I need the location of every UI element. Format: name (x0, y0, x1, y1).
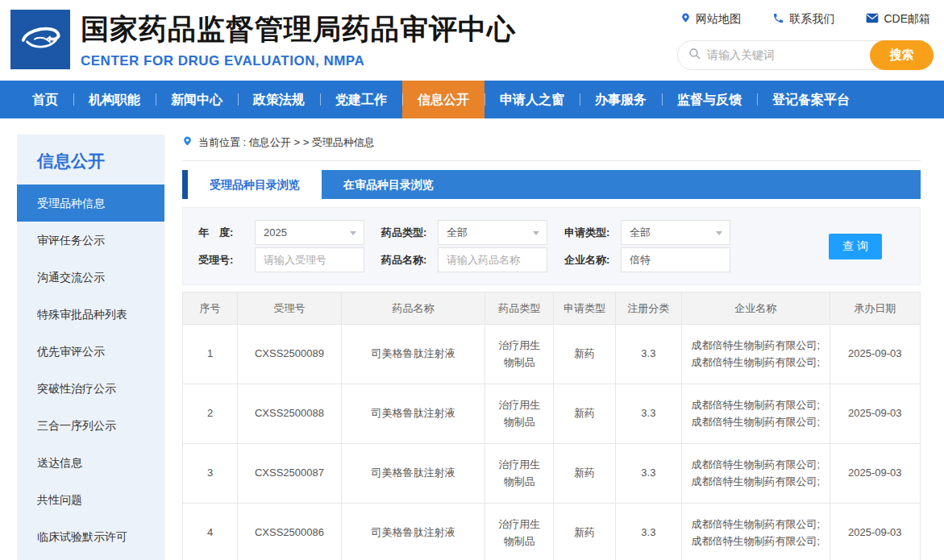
sidebar-title: 信息公开 (17, 135, 164, 185)
year-label: 年 度: (198, 226, 255, 240)
breadcrumb: 当前位置 : 信息公开 > > 受理品种信息 (182, 135, 921, 161)
cell-drug-name: 司美格鲁肽注射液 (341, 384, 485, 444)
table-header-cell: 企业名称 (681, 292, 830, 325)
nav-item[interactable]: 新闻中心 (156, 81, 238, 118)
site-header: 国家药品监督管理局药品审评中心 CENTER FOR DRUG EVALUATI… (0, 0, 944, 81)
sidebar-item[interactable]: 共性问题 (17, 481, 164, 518)
contact-link[interactable]: 联系我们 (772, 12, 834, 27)
envelope-icon (866, 13, 879, 26)
results-table: 序号受理号药品名称药品类型申请类型注册分类企业名称承办日期 1 CXSS2500… (182, 292, 921, 560)
cell-date: 2025-09-03 (830, 384, 920, 444)
cell-index: 2 (183, 384, 238, 444)
cell-company: 成都倍特生物制药有限公司;成都倍特生物制药有限公司; (681, 504, 830, 560)
tab-bar: 受理品种目录浏览在审品种目录浏览 (182, 170, 921, 199)
cell-index: 4 (183, 504, 238, 560)
phone-icon (772, 12, 784, 27)
year-select[interactable]: 2025 (255, 220, 364, 245)
table-row: 1 CXSS2500089 司美格鲁肽注射液 治疗用生物制品 新药 3.3 成都… (183, 325, 921, 384)
cell-company: 成都倍特生物制药有限公司;成都倍特生物制药有限公司; (681, 384, 830, 444)
apply-type-label: 申请类型: (564, 226, 621, 240)
cell-drug-name: 司美格鲁肽注射液 (341, 444, 485, 504)
cell-company: 成都倍特生物制药有限公司;成都倍特生物制药有限公司; (681, 325, 830, 384)
drug-name-input[interactable]: 请输入药品名称 (438, 247, 547, 272)
filter-panel: 年 度: 2025 药品类型: 全部 申请类型: 全部 受理号: 请输入受理号 … (182, 207, 921, 285)
search-button[interactable]: 搜索 (870, 40, 934, 70)
breadcrumb-text: 当前位置 : 信息公开 > > 受理品种信息 (198, 135, 375, 150)
chevron-down-icon (533, 231, 539, 235)
sidebar-item[interactable]: 优先审评公示 (17, 333, 164, 370)
cell-index: 1 (183, 325, 238, 384)
sidebar-item[interactable]: 送达信息 (17, 444, 164, 481)
mail-link[interactable]: CDE邮箱 (866, 12, 930, 27)
cell-apply-type: 新药 (554, 325, 615, 384)
sitemap-link[interactable]: 网站地图 (680, 11, 741, 27)
cell-accept-no: CXSS2500088 (238, 384, 341, 444)
company-label: 企业名称: (564, 253, 621, 268)
nav-item[interactable]: 政策法规 (238, 81, 320, 118)
nav-item[interactable]: 党建工作 (320, 81, 402, 118)
tab[interactable]: 受理品种目录浏览 (188, 170, 322, 199)
table-header-cell: 序号 (183, 292, 238, 325)
nav-item[interactable]: 信息公开 (402, 81, 484, 118)
table-header-cell: 申请类型 (554, 292, 615, 325)
apply-type-select[interactable]: 全部 (621, 220, 730, 245)
table-header-cell: 注册分类 (615, 292, 681, 325)
sidebar-item[interactable]: 突破性治疗公示 (17, 370, 164, 407)
nav-item[interactable]: 监督与反馈 (662, 81, 757, 118)
sidebar-item[interactable]: 特殊审批品种列表 (17, 296, 164, 333)
cde-swoosh-icon (17, 15, 64, 64)
sidebar: 信息公开 受理品种信息审评任务公示沟通交流公示特殊审批品种列表优先审评公示突破性… (17, 135, 164, 560)
query-button[interactable]: 查 询 (829, 234, 882, 259)
cell-accept-no: CXSS2500087 (238, 444, 341, 504)
sidebar-item[interactable]: 三合一序列公示 (17, 407, 164, 444)
cell-drug-type: 治疗用生物制品 (485, 384, 554, 444)
accept-no-label: 受理号: (198, 253, 255, 268)
search-icon (688, 48, 701, 63)
table-header-cell: 受理号 (238, 292, 341, 325)
cell-drug-name: 司美格鲁肽注射液 (341, 325, 485, 384)
cell-drug-type: 治疗用生物制品 (485, 444, 554, 504)
nav-item[interactable]: 机构职能 (73, 81, 156, 118)
cell-reg-class: 3.3 (615, 384, 681, 444)
cell-index: 3 (183, 444, 238, 504)
cell-reg-class: 3.3 (615, 325, 681, 384)
cell-apply-type: 新药 (554, 444, 615, 504)
nav-item[interactable]: 申请人之窗 (484, 81, 580, 118)
nav-item[interactable]: 登记备案平台 (757, 81, 865, 118)
table-header-cell: 药品名称 (341, 292, 485, 325)
drug-name-label: 药品名称: (381, 253, 438, 268)
table-header-cell: 承办日期 (830, 292, 920, 325)
cell-date: 2025-09-03 (830, 444, 920, 504)
company-input[interactable]: 倍特 (621, 247, 730, 272)
cell-apply-type: 新药 (554, 384, 615, 444)
cell-drug-name: 司美格鲁肽注射液 (341, 504, 485, 560)
search-placeholder: 请输入关键词 (707, 48, 775, 63)
content-panel: 当前位置 : 信息公开 > > 受理品种信息 受理品种目录浏览在审品种目录浏览 … (182, 135, 921, 560)
table-row: 2 CXSS2500088 司美格鲁肽注射液 治疗用生物制品 新药 3.3 成都… (183, 384, 921, 444)
sidebar-item[interactable]: 临床试验默示许可 (17, 518, 164, 555)
tab[interactable]: 在审品种目录浏览 (322, 170, 455, 199)
table-header-row: 序号受理号药品名称药品类型申请类型注册分类企业名称承办日期 (183, 292, 921, 325)
location-pin-icon (680, 11, 691, 27)
cell-date: 2025-09-03 (830, 325, 920, 384)
sidebar-item[interactable]: 审评任务公示 (17, 222, 164, 259)
cell-date: 2025-09-03 (830, 504, 920, 560)
cell-accept-no: CXSS2500086 (238, 504, 341, 560)
table-row: 4 CXSS2500086 司美格鲁肽注射液 治疗用生物制品 新药 3.3 成都… (183, 504, 921, 560)
chevron-down-icon (350, 231, 356, 235)
chevron-down-icon (716, 231, 722, 235)
cell-company: 成都倍特生物制药有限公司;成都倍特生物制药有限公司; (681, 444, 830, 504)
sidebar-item[interactable]: 受理品种信息 (17, 185, 164, 222)
nav-item[interactable]: 办事服务 (580, 81, 662, 118)
accept-no-input[interactable]: 请输入受理号 (255, 247, 364, 272)
cell-reg-class: 3.3 (615, 504, 681, 560)
quick-links: 网站地图 联系我们 CDE邮箱 (677, 11, 934, 27)
cell-apply-type: 新药 (554, 504, 615, 560)
main-nav: 首页机构职能新闻中心政策法规党建工作信息公开申请人之窗办事服务监督与反馈登记备案… (0, 81, 944, 118)
site-title: 国家药品监督管理局药品审评中心 (81, 10, 516, 48)
table-header-cell: 药品类型 (485, 292, 554, 325)
nav-item[interactable]: 首页 (17, 81, 73, 118)
cell-drug-type: 治疗用生物制品 (485, 504, 554, 560)
sidebar-item[interactable]: 沟通交流公示 (17, 259, 164, 296)
drug-type-select[interactable]: 全部 (438, 220, 547, 245)
